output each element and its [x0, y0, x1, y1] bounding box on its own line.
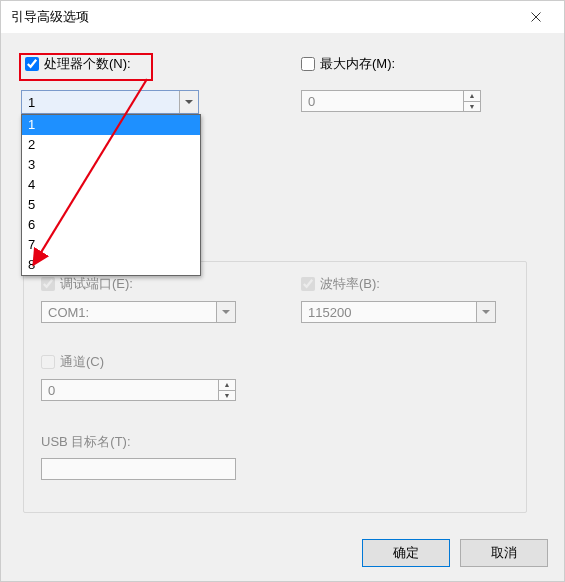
- chevron-down-icon: [216, 302, 235, 322]
- svg-marker-5: [222, 310, 230, 314]
- close-button[interactable]: [516, 3, 556, 31]
- dropdown-option[interactable]: 2: [22, 135, 200, 155]
- dropdown-option[interactable]: 8: [22, 255, 200, 275]
- channel-input: 0 ▲ ▼: [41, 379, 236, 401]
- processor-count-value: 1: [28, 95, 35, 110]
- debug-port-select: COM1:: [41, 301, 236, 323]
- usb-target-label: USB 目标名(T):: [41, 433, 131, 451]
- max-memory-label: 最大内存(M):: [320, 55, 395, 73]
- processor-count-row: 处理器个数(N):: [25, 55, 131, 73]
- dropdown-option[interactable]: 1: [22, 115, 200, 135]
- channel-value: 0: [48, 383, 55, 398]
- svg-marker-2: [185, 100, 193, 104]
- debug-port-checkbox: [41, 277, 55, 291]
- dialog-window: 引导高级选项 处理器个数(N): 最大内存(M): 1: [0, 0, 565, 582]
- svg-marker-6: [482, 310, 490, 314]
- dropdown-option[interactable]: 4: [22, 175, 200, 195]
- usb-target-input: [41, 458, 236, 480]
- processor-count-checkbox[interactable]: [25, 57, 39, 71]
- processor-count-select[interactable]: 1: [21, 90, 199, 114]
- spinner-up-icon: ▲: [464, 91, 480, 102]
- dropdown-option[interactable]: 3: [22, 155, 200, 175]
- debug-port-label: 调试端口(E):: [60, 275, 133, 293]
- chevron-down-icon: [476, 302, 495, 322]
- baud-rate-select: 115200: [301, 301, 496, 323]
- baud-rate-checkbox: [301, 277, 315, 291]
- spinner-down-icon: ▼: [219, 391, 235, 401]
- spinner-down-icon: ▼: [464, 102, 480, 112]
- channel-spinner: ▲ ▼: [218, 380, 235, 400]
- spinner-up-icon: ▲: [219, 380, 235, 391]
- channel-row: 通道(C): [41, 353, 104, 371]
- dialog-content: 处理器个数(N): 最大内存(M): 1 0 ▲ ▼ 1 2 3 4: [1, 33, 564, 581]
- ok-button-label: 确定: [393, 544, 419, 562]
- max-memory-value: 0: [308, 94, 315, 109]
- processor-count-label: 处理器个数(N):: [44, 55, 131, 73]
- channel-label: 通道(C): [60, 353, 104, 371]
- dropdown-option[interactable]: 7: [22, 235, 200, 255]
- max-memory-spinner: ▲ ▼: [463, 91, 480, 111]
- window-title: 引导高级选项: [11, 8, 516, 26]
- baud-rate-value: 115200: [308, 305, 351, 320]
- baud-rate-row: 波特率(B):: [301, 275, 380, 293]
- debug-port-row: 调试端口(E):: [41, 275, 133, 293]
- ok-button[interactable]: 确定: [362, 539, 450, 567]
- debug-port-value: COM1:: [48, 305, 89, 320]
- baud-rate-label: 波特率(B):: [320, 275, 380, 293]
- usb-target-row: USB 目标名(T):: [41, 433, 131, 451]
- dropdown-option[interactable]: 5: [22, 195, 200, 215]
- cancel-button-label: 取消: [491, 544, 517, 562]
- max-memory-input: 0 ▲ ▼: [301, 90, 481, 112]
- max-memory-row: 最大内存(M):: [301, 55, 395, 73]
- dialog-buttons: 确定 取消: [362, 539, 548, 567]
- max-memory-checkbox[interactable]: [301, 57, 315, 71]
- processor-count-dropdown[interactable]: 1 2 3 4 5 6 7 8: [21, 114, 201, 276]
- dropdown-option[interactable]: 6: [22, 215, 200, 235]
- chevron-down-icon: [179, 91, 198, 113]
- close-icon: [531, 12, 541, 22]
- titlebar: 引导高级选项: [1, 1, 564, 34]
- channel-checkbox: [41, 355, 55, 369]
- cancel-button[interactable]: 取消: [460, 539, 548, 567]
